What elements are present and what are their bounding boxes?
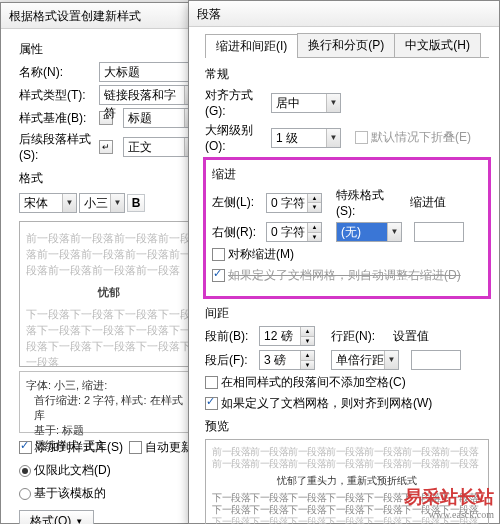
only-this-doc-radio[interactable]: 仅限此文档(D) — [19, 462, 111, 479]
bold-button[interactable]: B — [127, 194, 145, 212]
font-size-select[interactable]: 小三 ▼ — [79, 193, 125, 213]
no-space-same-style-checkbox[interactable]: 在相同样式的段落间不添加空格(C) — [205, 374, 406, 391]
based-on-template-radio[interactable]: 基于该模板的 — [19, 485, 106, 502]
style-description: 字体: 小三, 缩进: 首行缩进: 2 字符, 样式: 在样式库 基于: 标题 … — [19, 371, 199, 433]
alignment-label: 对齐方式(G): — [205, 87, 263, 118]
set-value-input[interactable] — [411, 350, 461, 370]
format-header: 格式 — [19, 170, 199, 187]
checkbox-icon — [212, 269, 225, 282]
snap-to-grid-checkbox[interactable]: 如果定义了文档网格，则对齐到网格(W) — [205, 395, 432, 412]
indent-value-label: 缩进值 — [408, 194, 446, 211]
tab-indent-spacing[interactable]: 缩进和间距(I) — [205, 34, 298, 58]
radio-icon — [19, 465, 31, 477]
mirror-indent-checkbox[interactable]: 对称缩进(M) — [212, 246, 294, 263]
alignment-select[interactable]: 居中 ▼ — [271, 93, 341, 113]
checkbox-icon — [205, 376, 218, 389]
style-type-select[interactable]: 链接段落和字符 ▼ — [99, 85, 199, 105]
add-to-library-checkbox[interactable]: 添加到样式库(S) — [19, 439, 123, 456]
follow-style-label: 后续段落样式(S): — [19, 131, 93, 162]
watermark: 易采站长站 www.easck.com — [404, 485, 494, 520]
tab-cjk[interactable]: 中文版式(H) — [394, 33, 481, 57]
special-format-label: 特殊格式(S): — [336, 187, 400, 218]
paragraph-dialog: 段落 缩进和间距(I) 换行和分页(P) 中文版式(H) 常规 对齐方式(G):… — [188, 0, 500, 524]
line-spacing-label: 行距(N): — [331, 328, 381, 345]
chevron-down-icon: ▼ — [326, 94, 340, 112]
new-style-dialog: 根据格式设置创建新样式 属性 名称(N): 大标题 样式类型(T): 链接段落和… — [0, 2, 210, 524]
new-style-title: 根据格式设置创建新样式 — [1, 3, 209, 29]
chevron-down-icon: ▼ — [62, 194, 76, 212]
spinner-icon[interactable]: ▲▼ — [300, 327, 314, 345]
name-label: 名称(N): — [19, 64, 93, 81]
outline-select[interactable]: 1 级 ▼ — [271, 128, 341, 148]
set-value-label: 设置值 — [389, 328, 429, 345]
checkbox-icon — [355, 131, 368, 144]
preview-header: 预览 — [205, 418, 489, 435]
paragraph-title: 段落 — [189, 1, 499, 27]
style-base-label: 样式基准(B): — [19, 110, 93, 127]
preview-below: 下一段落下一段落下一段落下一段落下一段落下一段落下一段落下一段落下一段落下一段落… — [26, 306, 192, 367]
chevron-down-icon: ▼ — [110, 194, 124, 212]
font-select[interactable]: 宋体 ▼ — [19, 193, 77, 213]
checkbox-icon — [212, 248, 225, 261]
properties-header: 属性 — [19, 41, 199, 58]
indent-right-input[interactable]: 0 字符 ▲▼ — [266, 222, 322, 242]
line-spacing-select[interactable]: 单倍行距 ▼ — [331, 350, 399, 370]
space-after-input[interactable]: 3 磅 ▲▼ — [259, 350, 315, 370]
style-type-label: 样式类型(T): — [19, 87, 93, 104]
paragraph-tabs: 缩进和间距(I) 换行和分页(P) 中文版式(H) — [205, 33, 489, 58]
radio-icon — [19, 488, 31, 500]
collapse-checkbox: 默认情况下折叠(E) — [355, 129, 471, 146]
name-input[interactable]: 大标题 — [99, 62, 199, 82]
checkbox-icon — [19, 441, 32, 454]
special-format-select[interactable]: (无) ▼ — [336, 222, 402, 242]
indent-highlight: 缩进 左侧(L): 0 字符 ▲▼ 特殊格式(S): 缩进值 右侧(R): 0 … — [203, 157, 491, 299]
indent-header: 缩进 — [212, 166, 482, 183]
preview-title: 忧郁 — [26, 284, 192, 300]
chevron-down-icon: ▼ — [387, 223, 401, 241]
spinner-icon[interactable]: ▲▼ — [307, 223, 321, 241]
spinner-icon[interactable]: ▲▼ — [307, 194, 321, 212]
spinner-icon[interactable]: ▲▼ — [300, 351, 314, 369]
tab-line-page[interactable]: 换行和分页(P) — [297, 33, 395, 57]
space-before-input[interactable]: 12 磅 ▲▼ — [259, 326, 315, 346]
chevron-down-icon: ▼ — [75, 517, 83, 524]
general-header: 常规 — [205, 66, 489, 83]
space-after-label: 段后(F): — [205, 352, 251, 369]
chevron-down-icon: ▼ — [326, 129, 340, 147]
format-dropdown-button[interactable]: 格式(O) ▼ — [19, 510, 94, 524]
outline-label: 大纲级别(O): — [205, 122, 263, 153]
indent-left-label: 左侧(L): — [212, 194, 258, 211]
checkbox-icon — [129, 441, 142, 454]
spacing-header: 间距 — [205, 305, 489, 322]
indent-value-input[interactable] — [414, 222, 464, 242]
auto-adjust-checkbox[interactable]: 如果定义了文档网格，则自动调整右缩进(D) — [212, 267, 461, 284]
indent-right-label: 右侧(R): — [212, 224, 258, 241]
auto-update-checkbox[interactable]: 自动更新( — [129, 439, 197, 456]
paragraph-icon: ↵ — [99, 140, 113, 154]
chevron-down-icon: ▼ — [384, 351, 398, 369]
preview-filler: 前一段落前一段落前一段落前一段落前一段落前一段落前一段落前一段落前一段落前一段落… — [26, 230, 192, 278]
indent-left-input[interactable]: 0 字符 ▲▼ — [266, 193, 322, 213]
checkbox-icon — [205, 397, 218, 410]
space-before-label: 段前(B): — [205, 328, 251, 345]
style-preview: 前一段落前一段落前一段落前一段落前一段落前一段落前一段落前一段落前一段落前一段落… — [19, 221, 199, 367]
